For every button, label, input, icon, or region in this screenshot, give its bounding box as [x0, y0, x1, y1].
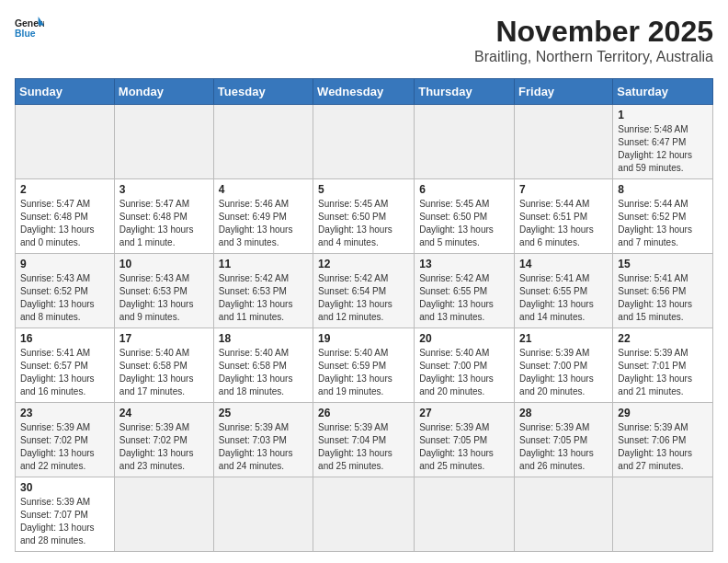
calendar-week-row: 1Sunrise: 5:48 AMSunset: 6:47 PMDaylight… — [16, 105, 713, 179]
calendar-day-cell: 26Sunrise: 5:39 AMSunset: 7:04 PMDayligh… — [313, 403, 415, 477]
calendar-day-cell: 1Sunrise: 5:48 AMSunset: 6:47 PMDaylight… — [613, 105, 713, 179]
calendar-week-row: 30Sunrise: 5:39 AMSunset: 7:07 PMDayligh… — [16, 477, 713, 552]
day-number: 28 — [519, 407, 608, 419]
day-of-week-header: Saturday — [613, 79, 713, 105]
calendar-day-cell: 7Sunrise: 5:44 AMSunset: 6:51 PMDaylight… — [515, 179, 613, 254]
calendar-day-cell: 19Sunrise: 5:40 AMSunset: 6:59 PMDayligh… — [313, 328, 415, 403]
day-number: 6 — [419, 183, 509, 196]
calendar-day-cell — [16, 105, 115, 179]
day-content: Sunrise: 5:41 AMSunset: 6:55 PMDaylight:… — [519, 272, 608, 324]
calendar-day-cell: 23Sunrise: 5:39 AMSunset: 7:02 PMDayligh… — [16, 403, 115, 477]
day-content: Sunrise: 5:42 AMSunset: 6:54 PMDaylight:… — [318, 272, 409, 324]
calendar-day-cell — [415, 477, 515, 552]
day-number: 9 — [20, 258, 109, 270]
day-content: Sunrise: 5:40 AMSunset: 7:00 PMDaylight:… — [419, 347, 509, 398]
calendar-day-cell: 18Sunrise: 5:40 AMSunset: 6:58 PMDayligh… — [213, 328, 313, 403]
calendar-day-cell: 20Sunrise: 5:40 AMSunset: 7:00 PMDayligh… — [415, 328, 515, 403]
day-number: 24 — [119, 407, 209, 419]
day-content: Sunrise: 5:39 AMSunset: 7:01 PMDaylight:… — [618, 347, 708, 398]
day-content: Sunrise: 5:41 AMSunset: 6:56 PMDaylight:… — [618, 272, 708, 324]
day-of-week-header: Monday — [114, 79, 213, 105]
calendar-week-row: 23Sunrise: 5:39 AMSunset: 7:02 PMDayligh… — [16, 403, 713, 477]
calendar-day-cell: 25Sunrise: 5:39 AMSunset: 7:03 PMDayligh… — [213, 403, 313, 477]
calendar-week-row: 16Sunrise: 5:41 AMSunset: 6:57 PMDayligh… — [16, 328, 713, 403]
calendar-day-cell: 9Sunrise: 5:43 AMSunset: 6:52 PMDaylight… — [16, 254, 115, 328]
day-content: Sunrise: 5:43 AMSunset: 6:52 PMDaylight:… — [20, 272, 109, 324]
calendar-day-cell — [515, 105, 613, 179]
calendar-day-cell — [613, 477, 713, 552]
day-number: 7 — [519, 183, 608, 196]
calendar-day-cell: 11Sunrise: 5:42 AMSunset: 6:53 PMDayligh… — [213, 254, 313, 328]
day-content: Sunrise: 5:48 AMSunset: 6:47 PMDaylight:… — [618, 123, 708, 175]
calendar-day-cell — [213, 477, 313, 552]
month-year-title: November 2025 — [474, 15, 713, 49]
day-number: 29 — [618, 407, 708, 419]
day-content: Sunrise: 5:39 AMSunset: 7:03 PMDaylight:… — [219, 421, 308, 473]
calendar-day-cell: 12Sunrise: 5:42 AMSunset: 6:54 PMDayligh… — [313, 254, 415, 328]
day-of-week-header: Sunday — [16, 79, 115, 105]
day-content: Sunrise: 5:39 AMSunset: 7:00 PMDaylight:… — [519, 347, 608, 398]
calendar-day-cell: 28Sunrise: 5:39 AMSunset: 7:05 PMDayligh… — [515, 403, 613, 477]
day-content: Sunrise: 5:39 AMSunset: 7:02 PMDaylight:… — [119, 421, 209, 473]
calendar-day-cell: 24Sunrise: 5:39 AMSunset: 7:02 PMDayligh… — [114, 403, 213, 477]
day-number: 22 — [618, 332, 708, 345]
day-content: Sunrise: 5:41 AMSunset: 6:57 PMDaylight:… — [20, 347, 109, 398]
day-number: 15 — [618, 258, 708, 270]
calendar-day-cell — [114, 105, 213, 179]
day-content: Sunrise: 5:47 AMSunset: 6:48 PMDaylight:… — [119, 198, 209, 249]
day-of-week-header: Friday — [515, 79, 613, 105]
day-number: 5 — [318, 183, 409, 196]
calendar-header: November 2025 Braitling, Northern Territ… — [474, 15, 713, 65]
day-content: Sunrise: 5:44 AMSunset: 6:52 PMDaylight:… — [618, 198, 708, 249]
calendar-day-cell: 8Sunrise: 5:44 AMSunset: 6:52 PMDaylight… — [613, 179, 713, 254]
day-number: 27 — [419, 407, 509, 419]
calendar-day-cell: 5Sunrise: 5:45 AMSunset: 6:50 PMDaylight… — [313, 179, 415, 254]
day-number: 4 — [219, 183, 308, 196]
calendar-day-cell: 14Sunrise: 5:41 AMSunset: 6:55 PMDayligh… — [515, 254, 613, 328]
calendar-day-cell — [415, 105, 515, 179]
calendar-day-cell — [213, 105, 313, 179]
day-number: 16 — [20, 332, 109, 345]
day-number: 19 — [318, 332, 409, 345]
calendar-day-cell — [515, 477, 613, 552]
calendar-day-cell: 3Sunrise: 5:47 AMSunset: 6:48 PMDaylight… — [114, 179, 213, 254]
day-of-week-header: Tuesday — [213, 79, 313, 105]
calendar-day-cell: 6Sunrise: 5:45 AMSunset: 6:50 PMDaylight… — [415, 179, 515, 254]
day-number: 10 — [119, 258, 209, 270]
calendar-day-cell — [313, 477, 415, 552]
day-number: 3 — [119, 183, 209, 196]
day-number: 30 — [20, 481, 109, 494]
day-number: 14 — [519, 258, 608, 270]
day-number: 20 — [419, 332, 509, 345]
calendar-day-cell: 15Sunrise: 5:41 AMSunset: 6:56 PMDayligh… — [613, 254, 713, 328]
calendar-header-row: SundayMondayTuesdayWednesdayThursdayFrid… — [16, 79, 713, 105]
day-content: Sunrise: 5:42 AMSunset: 6:55 PMDaylight:… — [419, 272, 509, 324]
calendar-day-cell: 4Sunrise: 5:46 AMSunset: 6:49 PMDaylight… — [213, 179, 313, 254]
calendar-day-cell: 2Sunrise: 5:47 AMSunset: 6:48 PMDaylight… — [16, 179, 115, 254]
calendar-week-row: 9Sunrise: 5:43 AMSunset: 6:52 PMDaylight… — [16, 254, 713, 328]
calendar-day-cell: 13Sunrise: 5:42 AMSunset: 6:55 PMDayligh… — [415, 254, 515, 328]
calendar-day-cell — [313, 105, 415, 179]
day-content: Sunrise: 5:39 AMSunset: 7:06 PMDaylight:… — [618, 421, 708, 473]
day-number: 8 — [618, 183, 708, 196]
day-content: Sunrise: 5:42 AMSunset: 6:53 PMDaylight:… — [219, 272, 308, 324]
day-number: 17 — [119, 332, 209, 345]
day-content: Sunrise: 5:43 AMSunset: 6:53 PMDaylight:… — [119, 272, 209, 324]
day-number: 25 — [219, 407, 308, 419]
day-number: 21 — [519, 332, 608, 345]
calendar-day-cell: 17Sunrise: 5:40 AMSunset: 6:58 PMDayligh… — [114, 328, 213, 403]
day-content: Sunrise: 5:39 AMSunset: 7:07 PMDaylight:… — [20, 496, 109, 547]
day-content: Sunrise: 5:45 AMSunset: 6:50 PMDaylight:… — [318, 198, 409, 249]
calendar-day-cell: 10Sunrise: 5:43 AMSunset: 6:53 PMDayligh… — [114, 254, 213, 328]
day-of-week-header: Wednesday — [313, 79, 415, 105]
day-number: 11 — [219, 258, 308, 270]
day-number: 26 — [318, 407, 409, 419]
calendar-day-cell: 27Sunrise: 5:39 AMSunset: 7:05 PMDayligh… — [415, 403, 515, 477]
day-content: Sunrise: 5:39 AMSunset: 7:05 PMDaylight:… — [519, 421, 608, 473]
day-number: 18 — [219, 332, 308, 345]
day-content: Sunrise: 5:39 AMSunset: 7:04 PMDaylight:… — [318, 421, 409, 473]
calendar-table: SundayMondayTuesdayWednesdayThursdayFrid… — [15, 78, 713, 552]
day-content: Sunrise: 5:40 AMSunset: 6:58 PMDaylight:… — [119, 347, 209, 398]
calendar-day-cell: 22Sunrise: 5:39 AMSunset: 7:01 PMDayligh… — [613, 328, 713, 403]
day-number: 2 — [20, 183, 109, 196]
